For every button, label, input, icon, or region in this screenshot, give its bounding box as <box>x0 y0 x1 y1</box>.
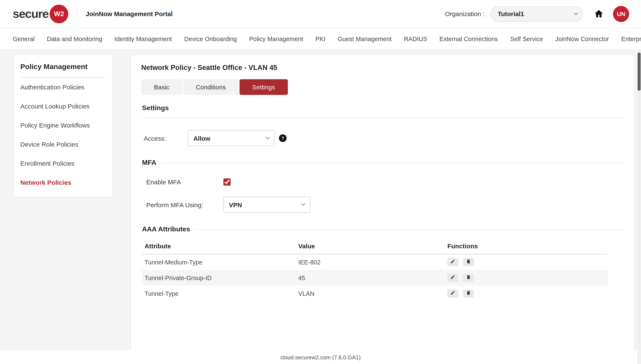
sidebar-item-enrollment-policies[interactable]: Enrollment Policies <box>14 154 112 173</box>
perform-mfa-dropdown[interactable]: VPN <box>223 196 310 213</box>
nav-item-device-onboarding[interactable]: Device Onboarding <box>184 36 237 42</box>
footer-bar: cloud.securew2.com (7.6.0.GA1) <box>0 350 641 364</box>
settings-section-title: Settings <box>141 104 624 118</box>
functions-cell <box>445 270 608 286</box>
main-nav: General Data and Monitoring Identity Man… <box>0 28 641 50</box>
page-title: Network Policy - Seattle Office - VLAN 4… <box>141 64 624 72</box>
nav-item-radius[interactable]: RADIUS <box>404 36 427 42</box>
trash-icon <box>466 259 471 265</box>
header-divider <box>77 8 77 20</box>
delete-button[interactable] <box>463 290 474 298</box>
nav-item-enterprise-client[interactable]: Enterprise Client <box>621 36 641 42</box>
col-header-value: Value <box>296 236 445 254</box>
policy-management-sidebar: Policy Management Authentication Policie… <box>14 55 112 197</box>
organization-dropdown[interactable]: Tutorial1 <box>490 6 583 22</box>
edit-button[interactable] <box>447 290 458 298</box>
logo-badge: W2 <box>50 4 69 23</box>
access-select: Allow <box>188 130 275 146</box>
tab-conditions[interactable]: Conditions <box>183 79 238 95</box>
nav-item-joinnow-connector[interactable]: JoinNow Connector <box>555 36 609 42</box>
functions-cell <box>445 286 608 301</box>
aaa-attributes-table: Attribute Value Functions Tunnel-Medium-… <box>142 236 608 301</box>
delete-button[interactable] <box>463 258 474 266</box>
help-icon[interactable]: ? <box>279 134 287 142</box>
nav-item-policy-management[interactable]: Policy Management <box>249 36 303 42</box>
aaa-attributes-heading: AAA Attributes <box>142 226 190 233</box>
attribute-cell: Tunnel-Type <box>142 286 296 301</box>
securew2-logo[interactable]: secure W2 <box>13 4 69 23</box>
access-row: Access: Allow ? <box>144 130 624 146</box>
table-header-row: Attribute Value Functions <box>142 236 608 254</box>
portal-title: JoinNow Management Portal <box>86 10 173 17</box>
perform-mfa-select: VPN <box>223 196 310 213</box>
attribute-cell: Tunnel-Medium-Type <box>142 254 296 270</box>
nav-item-self-service[interactable]: Self Service <box>510 36 543 42</box>
nav-item-external-connections[interactable]: External Connections <box>439 36 498 42</box>
sidebar-item-network-policies[interactable]: Network Policies <box>14 173 112 192</box>
sidebar-item-authentication-policies[interactable]: Authentication Policies <box>14 78 112 96</box>
attribute-cell: Tunnel-Private-Group-ID <box>142 270 296 286</box>
scrollbar-thumb[interactable] <box>637 52 640 91</box>
table-row: Tunnel-Medium-Type IEE-802 <box>142 254 608 270</box>
functions-cell <box>445 254 608 270</box>
perform-mfa-row: Perform MFA Using: VPN <box>144 196 624 213</box>
app-root: secure W2 JoinNow Management Portal Orga… <box>0 0 641 364</box>
mfa-heading-row: MFA <box>142 159 624 166</box>
pencil-icon <box>450 290 455 296</box>
enable-mfa-label: Enable MFA <box>146 178 223 186</box>
avatar[interactable]: UN <box>613 6 629 22</box>
scrollbar-track[interactable] <box>637 50 641 364</box>
enable-mfa-checkbox[interactable] <box>223 178 231 186</box>
tab-basic[interactable]: Basic <box>141 79 182 95</box>
edit-button[interactable] <box>447 258 458 266</box>
content-area: Policy Management Authentication Policie… <box>0 50 641 357</box>
sidebar-item-device-role-policies[interactable]: Device Role Policies <box>14 135 112 154</box>
access-dropdown[interactable]: Allow <box>188 130 275 146</box>
header-right: Organization : Tutorial1 UN <box>445 6 629 22</box>
aaa-heading-rule <box>196 229 624 230</box>
value-cell: VLAN <box>296 286 445 301</box>
top-header: secure W2 JoinNow Management Portal Orga… <box>0 0 641 28</box>
edit-button[interactable] <box>447 274 458 282</box>
tab-settings[interactable]: Settings <box>239 79 288 95</box>
table-row: Tunnel-Type VLAN <box>142 286 608 301</box>
sidebar-title: Policy Management <box>14 63 112 77</box>
aaa-heading-row: AAA Attributes <box>142 226 624 233</box>
mfa-heading: MFA <box>142 159 156 166</box>
perform-mfa-label: Perform MFA Using: <box>146 201 223 208</box>
delete-button[interactable] <box>463 274 474 282</box>
home-icon[interactable] <box>594 9 604 19</box>
mfa-heading-rule <box>162 162 624 163</box>
nav-item-general[interactable]: General <box>13 36 35 42</box>
trash-icon <box>466 290 471 296</box>
table-row: Tunnel-Private-Group-ID 45 <box>142 270 608 286</box>
footer-text: cloud.securew2.com (7.6.0.GA1) <box>280 354 361 360</box>
sidebar-item-policy-engine-workflows[interactable]: Policy Engine Workflows <box>14 116 112 135</box>
policy-tabs: Basic Conditions Settings <box>141 79 624 95</box>
nav-item-identity-management[interactable]: Identity Management <box>115 36 172 42</box>
organization-label: Organization : <box>445 10 485 17</box>
pencil-icon <box>450 274 455 281</box>
organization-select: Tutorial1 <box>490 6 583 22</box>
logo-text: secure <box>13 7 49 20</box>
nav-item-data-and-monitoring[interactable]: Data and Monitoring <box>47 36 102 42</box>
col-header-attribute: Attribute <box>142 236 296 254</box>
sidebar-item-account-lookup-policies[interactable]: Account Lookup Policies <box>14 96 112 116</box>
value-cell: 45 <box>296 270 445 286</box>
pencil-icon <box>450 259 455 265</box>
col-header-functions: Functions <box>445 236 608 254</box>
trash-icon <box>466 274 471 281</box>
nav-item-guest-management[interactable]: Guest Management <box>338 36 392 42</box>
nav-item-pki[interactable]: PKI <box>315 36 325 42</box>
network-policy-panel: Network Policy - Seattle Office - VLAN 4… <box>131 55 634 357</box>
access-label: Access: <box>144 134 188 142</box>
enable-mfa-row: Enable MFA <box>144 178 624 186</box>
value-cell: IEE-802 <box>296 254 445 270</box>
